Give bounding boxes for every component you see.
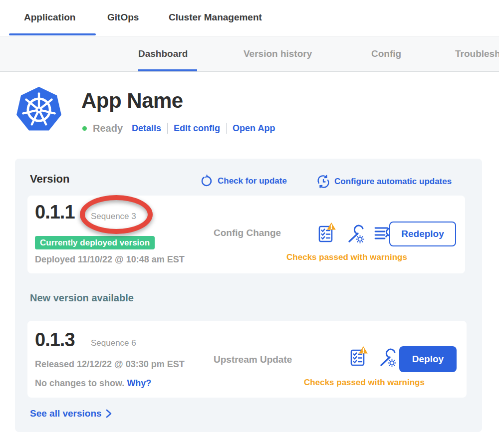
see-all-versions-label: See all versions [30,408,102,419]
current-version-sequence: Sequence 3 [91,212,136,222]
available-version-number: 0.1.3 [35,329,75,351]
open-app-link[interactable]: Open App [233,123,275,134]
app-status-row: Ready Details Edit config Open App [82,122,275,135]
kubernetes-logo-icon [15,86,63,134]
current-source-label: Config Change [214,227,281,238]
sub-nav: Dashboard Version history Config Trouble… [0,36,499,72]
redeploy-button[interactable]: Redeploy [389,222,456,246]
deploy-button[interactable]: Deploy [399,346,457,372]
wrench-gear-icon[interactable] [376,346,397,368]
auto-update-clock-icon [316,175,330,189]
available-source-label: Upstream Update [214,354,292,365]
wrench-gear-icon[interactable] [344,222,365,244]
tab-cluster-management[interactable]: Cluster Management [169,12,262,23]
currently-deployed-badge: Currently deployed version [35,236,155,249]
deployed-timestamp: Deployed 11/10/22 @ 10:48 am EST [35,254,185,265]
active-tab-underline [9,33,96,35]
available-checks-status: Checks passed with warnings [272,378,457,388]
available-version-icons [348,346,397,368]
chevron-right-icon [106,409,112,418]
status-dot-icon [82,126,87,131]
current-version-icons [316,222,396,244]
tab-config[interactable]: Config [371,48,401,59]
edit-config-link[interactable]: Edit config [174,123,220,134]
refresh-icon [201,175,214,188]
released-timestamp: Released 12/12/22 @ 03:30 pm EST [35,359,185,370]
preflight-checks-icon[interactable] [316,222,336,244]
tab-dashboard[interactable]: Dashboard [138,48,188,59]
top-nav: Application GitOps Cluster Management [0,0,499,36]
active-subtab-underline [138,69,197,71]
check-for-update-button[interactable]: Check for update [201,175,287,188]
tab-troubleshoot[interactable]: Troubleshoot [455,48,499,59]
new-version-heading: New version available [30,292,134,304]
available-version-sequence: Sequence 6 [91,338,136,348]
status-badge: Ready [93,123,123,134]
page-title: App Name [81,89,183,113]
preflight-checks-icon[interactable] [348,346,368,368]
version-card-title: Version [30,173,69,186]
divider [167,123,168,134]
current-checks-status: Checks passed with warnings [252,252,442,262]
see-all-versions-link[interactable]: See all versions [30,408,112,419]
configure-auto-updates-button[interactable]: Configure automatic updates [316,175,452,189]
app-dashboard-page: Application GitOps Cluster Management Da… [0,0,499,448]
no-changes-label: No changes to show. [35,378,124,388]
tab-gitops[interactable]: GitOps [107,12,139,23]
check-for-update-label: Check for update [218,176,287,186]
tab-application[interactable]: Application [24,12,75,23]
divider [226,123,227,134]
configure-auto-updates-label: Configure automatic updates [334,177,452,187]
current-version-number: 0.1.1 [35,202,75,223]
details-link[interactable]: Details [132,123,161,134]
tab-version-history[interactable]: Version history [244,48,312,59]
why-link[interactable]: Why? [127,378,151,388]
no-changes-text: No changes to show. Why? [35,378,151,389]
